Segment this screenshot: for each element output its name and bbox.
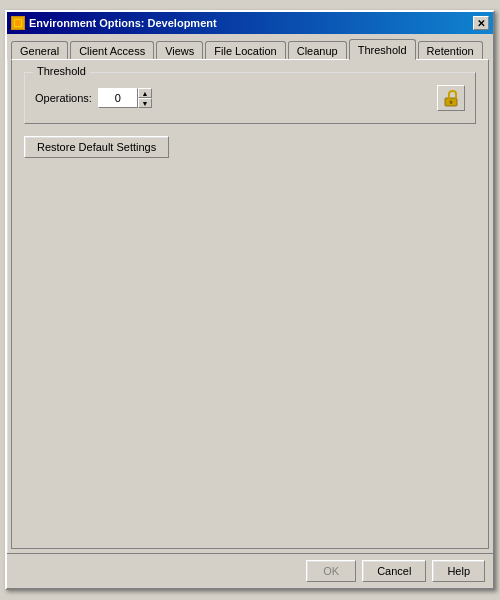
tab-cleanup[interactable]: Cleanup bbox=[288, 41, 347, 60]
operations-spinner: ▲ ▼ bbox=[98, 88, 152, 108]
window-icon bbox=[11, 16, 25, 30]
svg-rect-1 bbox=[15, 20, 21, 26]
window-title: Environment Options: Development bbox=[29, 17, 217, 29]
operations-left: Operations: ▲ ▼ bbox=[35, 88, 152, 108]
tab-retention[interactable]: Retention bbox=[418, 41, 483, 60]
operations-input[interactable] bbox=[98, 88, 138, 108]
tab-threshold[interactable]: Threshold bbox=[349, 39, 416, 60]
lock-button[interactable] bbox=[437, 85, 465, 111]
operations-label: Operations: bbox=[35, 92, 92, 104]
operations-row: Operations: ▲ ▼ bbox=[35, 85, 465, 111]
bottom-bar: OK Cancel Help bbox=[7, 553, 493, 588]
restore-defaults-button[interactable]: Restore Default Settings bbox=[24, 136, 169, 158]
title-bar-left: Environment Options: Development bbox=[11, 16, 217, 30]
cancel-button[interactable]: Cancel bbox=[362, 560, 426, 582]
spinner-down-button[interactable]: ▼ bbox=[138, 98, 152, 108]
spinner-up-button[interactable]: ▲ bbox=[138, 88, 152, 98]
tab-general[interactable]: General bbox=[11, 41, 68, 60]
tab-content: Threshold Operations: ▲ ▼ bbox=[11, 59, 489, 549]
main-window: Environment Options: Development ✕ Gener… bbox=[5, 10, 495, 590]
tab-file-location[interactable]: File Location bbox=[205, 41, 285, 60]
tab-bar: General Client Access Views File Locatio… bbox=[7, 34, 493, 59]
close-button[interactable]: ✕ bbox=[473, 16, 489, 30]
title-bar: Environment Options: Development ✕ bbox=[7, 12, 493, 34]
threshold-group: Threshold Operations: ▲ ▼ bbox=[24, 72, 476, 124]
ok-button[interactable]: OK bbox=[306, 560, 356, 582]
tab-views[interactable]: Views bbox=[156, 41, 203, 60]
tab-client-access[interactable]: Client Access bbox=[70, 41, 154, 60]
spinner-buttons: ▲ ▼ bbox=[138, 88, 152, 108]
help-button[interactable]: Help bbox=[432, 560, 485, 582]
svg-rect-4 bbox=[450, 102, 451, 104]
threshold-legend: Threshold bbox=[33, 65, 90, 77]
lock-icon bbox=[442, 89, 460, 107]
